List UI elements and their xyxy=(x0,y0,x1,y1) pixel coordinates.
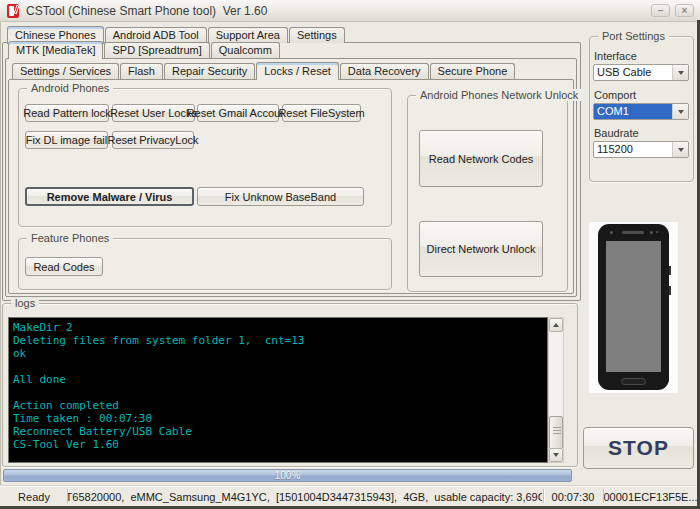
baudrate-value: 115200 xyxy=(594,142,672,157)
chevron-down-icon[interactable] xyxy=(672,104,688,119)
tab-settings[interactable]: Settings xyxy=(289,27,345,43)
baudrate-label: Baudrate xyxy=(594,127,639,139)
close-button[interactable]: × xyxy=(675,4,694,17)
platform-tabs: MTK [MediaTek] SPD [Spreadtrum] Qualcomm xyxy=(8,42,281,58)
direct-network-unlock-button[interactable]: Direct Network Unlock xyxy=(419,221,543,277)
console-line: Deleting files from system folder 1, cnt… xyxy=(13,334,547,347)
console-line: MakeDir 2 xyxy=(13,321,547,334)
interface-value: USB Cable xyxy=(594,65,672,80)
read-pattern-lock-button[interactable]: Read Pattern lock xyxy=(25,104,109,122)
tab-qualcomm[interactable]: Qualcomm xyxy=(211,42,280,58)
app-window: CSTool (Chinese Smart Phone tool) Ver 1.… xyxy=(0,0,700,509)
chevron-down-icon[interactable] xyxy=(672,142,688,157)
status-ready: Ready xyxy=(2,486,66,507)
minimize-button[interactable]: – xyxy=(651,4,670,17)
phone-image xyxy=(589,222,678,393)
log-console: MakeDir 2 Deleting files from system fol… xyxy=(8,317,548,463)
comport-value: COM1 xyxy=(594,104,672,119)
function-tabs: Settings / Services Flash Repair Securit… xyxy=(12,62,516,79)
console-line: CS-Tool Ver 1.60 xyxy=(13,438,547,451)
scroll-up-icon[interactable] xyxy=(549,318,563,332)
tab-repair-security[interactable]: Repair Security xyxy=(164,63,255,79)
fix-dl-image-fail-button[interactable]: Fix DL image fail xyxy=(25,131,108,149)
status-device-info: MT65820000, eMMC_Samsung_M4G1YC, [150100… xyxy=(68,486,542,507)
tab-data-recovery[interactable]: Data Recovery xyxy=(340,63,429,79)
tab-locks-reset[interactable]: Locks / Reset xyxy=(256,62,339,80)
fix-unknow-baseband-button[interactable]: Fix Unknow BaseBand xyxy=(197,187,364,206)
statusbar: Ready MT65820000, eMMC_Samsung_M4G1YC, [… xyxy=(0,485,700,506)
remove-malware-virus-button[interactable]: Remove Malware / Virus xyxy=(25,187,194,206)
phone-home-button xyxy=(621,378,646,385)
groupbox-network-unlock-title: Android Phones Network Unlock xyxy=(416,89,582,101)
phone-body xyxy=(598,224,669,390)
tab-support-area[interactable]: Support Area xyxy=(208,27,288,43)
window-title: CSTool (Chinese Smart Phone tool) Ver 1.… xyxy=(26,4,267,18)
chevron-down-icon[interactable] xyxy=(672,65,688,80)
groupbox-logs-title: logs xyxy=(11,297,39,309)
console-scrollbar[interactable] xyxy=(548,317,564,463)
status-time: 00:07:30 xyxy=(544,486,602,507)
console-line xyxy=(13,386,547,399)
comport-select[interactable]: COM1 xyxy=(593,103,689,120)
scroll-thumb[interactable] xyxy=(549,416,563,449)
read-network-codes-button[interactable]: Read Network Codes xyxy=(419,130,543,187)
reset-gmail-account-button[interactable]: Reset Gmail Account xyxy=(197,104,279,122)
titlebar: CSTool (Chinese Smart Phone tool) Ver 1.… xyxy=(0,0,700,22)
tab-spd-spreadtrum[interactable]: SPD [Spreadtrum] xyxy=(104,42,209,58)
stop-button[interactable]: STOP xyxy=(583,427,694,469)
progress-label: 100% xyxy=(275,470,301,481)
interface-label: Interface xyxy=(594,50,637,62)
phone-screen xyxy=(606,241,661,372)
tab-flash[interactable]: Flash xyxy=(120,63,163,79)
status-serial: 00001ECF13F5E... xyxy=(604,486,697,507)
tab-settings-services[interactable]: Settings / Services xyxy=(12,63,119,79)
reset-privacylock-button[interactable]: Reset PrivacyLock xyxy=(112,131,194,149)
tab-android-adb-tool[interactable]: Android ADB Tool xyxy=(105,27,207,43)
app-icon xyxy=(7,4,19,18)
comport-label: Comport xyxy=(594,89,636,101)
read-codes-button[interactable]: Read Codes xyxy=(25,257,103,276)
console-line: Action completed xyxy=(13,399,547,412)
baudrate-select[interactable]: 115200 xyxy=(593,141,689,158)
tab-secure-phone[interactable]: Secure Phone xyxy=(430,63,516,79)
console-line: Time taken : 00:07:30 xyxy=(13,412,547,425)
console-line: Reconnect Battery/USB Cable xyxy=(13,425,547,438)
tab-mtk-mediatek[interactable]: MTK [MediaTek] xyxy=(8,41,103,59)
console-line: ok xyxy=(13,347,547,360)
scroll-down-icon[interactable] xyxy=(549,448,563,462)
progress-bar: 100% xyxy=(3,469,572,482)
groupbox-port-settings-title: Port Settings xyxy=(598,30,669,42)
reset-user-locks-button[interactable]: Reset User Locks xyxy=(112,104,195,122)
console-line: All done xyxy=(13,373,547,386)
groupbox-android-phones-title: Android Phones xyxy=(27,82,113,94)
console-line xyxy=(13,360,547,373)
interface-select[interactable]: USB Cable xyxy=(593,64,689,81)
groupbox-feature-phones-title: Feature Phones xyxy=(27,232,113,244)
reset-filesystem-button[interactable]: Reset FileSystem xyxy=(282,104,361,122)
